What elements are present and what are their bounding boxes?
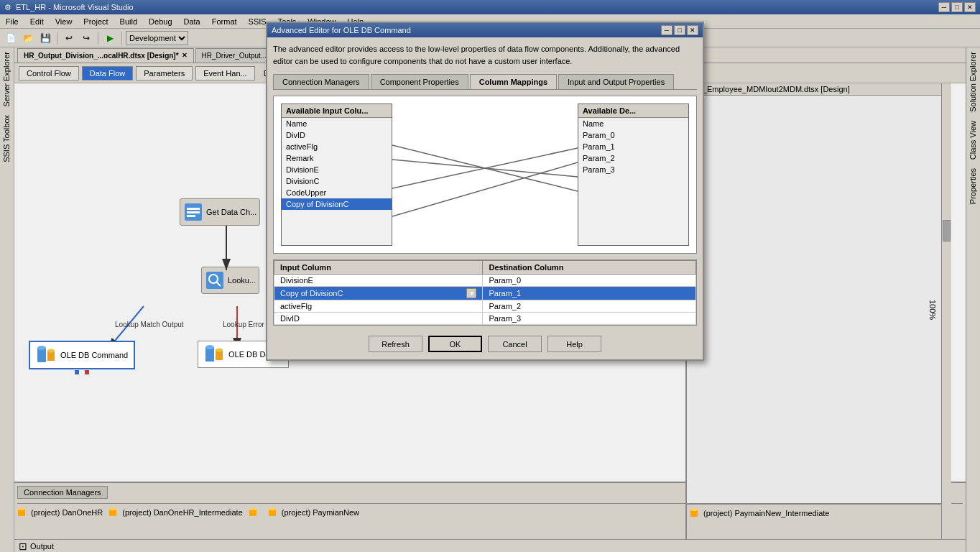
dropdown-arrow[interactable]: ▼ <box>466 288 476 298</box>
dest-col-name[interactable]: Name <box>578 118 688 129</box>
table-cell-input-1: Copy of DivisionC ▼ <box>274 287 483 300</box>
dialog-tabs: Connection Managers Component Properties… <box>273 74 697 90</box>
table-row-1[interactable]: Copy of DivisionC ▼ Param_1 <box>274 287 696 300</box>
dialog-tab-column-label: Column Mappings <box>479 78 547 86</box>
dialog-restore[interactable]: □ <box>674 25 685 35</box>
dialog-tab-connection[interactable]: Connection Managers <box>273 74 369 89</box>
dialog-title-text: Advanced Editor for OLE DB Command <box>272 26 661 34</box>
input-col-activeflg[interactable]: activeFlg <box>282 141 392 152</box>
input-col-copyc[interactable]: Copy of DivisionC <box>282 198 392 210</box>
input-col-divisione[interactable]: DivisionE <box>282 164 392 175</box>
column-mapping-visual: Available Input Colu... Name DivID activ… <box>273 96 697 254</box>
table-row-3[interactable]: DivID Param_3 <box>274 313 696 325</box>
table-cell-input-3: DivID <box>274 313 483 325</box>
input-col-divisionc[interactable]: DivisionC <box>282 175 392 187</box>
modal-overlay: Advanced Editor for OLE DB Command ─ □ ✕… <box>0 0 980 552</box>
table-cell-dest-3: Param_3 <box>483 313 696 325</box>
dropdown-cell: Copy of DivisionC ▼ <box>280 288 476 298</box>
dialog-tab-component[interactable]: Component Properties <box>371 74 468 89</box>
ok-button[interactable]: OK <box>428 336 482 352</box>
dest-col-list: Available De... Name Param_0 Param_1 Par… <box>578 104 689 246</box>
table-cell-dest-1: Param_1 <box>483 287 696 300</box>
dest-col-param2[interactable]: Param_2 <box>578 152 688 164</box>
dest-col-param0[interactable]: Param_0 <box>578 129 688 141</box>
dest-col-param3[interactable]: Param_3 <box>578 164 688 175</box>
dialog-description: The advanced editor provides access to t… <box>273 43 697 67</box>
dest-col-param1[interactable]: Param_1 <box>578 141 688 152</box>
help-button[interactable]: Help <box>547 336 601 352</box>
dialog-minimize[interactable]: ─ <box>661 25 672 35</box>
dest-col-header: Available De... <box>578 104 688 118</box>
dialog-buttons: Refresh OK Cancel Help <box>273 331 697 354</box>
mapping-table-area: Input Column Destination Column Division… <box>273 259 697 326</box>
dropdown-cell-value: Copy of DivisionC <box>280 289 343 298</box>
table-row-0[interactable]: DivisionE Param_0 <box>274 275 696 287</box>
col-header-input: Input Column <box>274 261 483 275</box>
input-col-list: Available Input Colu... Name DivID activ… <box>281 104 392 246</box>
table-cell-dest-2: Param_2 <box>483 300 696 313</box>
svg-line-30 <box>392 162 578 216</box>
mapping-lines-svg <box>392 104 578 246</box>
input-col-divid[interactable]: DivID <box>282 129 392 141</box>
dialog-body: The advanced editor provides access to t… <box>267 37 703 359</box>
dialog-title-controls: ─ □ ✕ <box>661 25 698 35</box>
cancel-button[interactable]: Cancel <box>488 336 542 352</box>
refresh-button[interactable]: Refresh <box>369 336 422 352</box>
input-col-remark[interactable]: Remark <box>282 152 392 164</box>
table-row-2[interactable]: activeFlg Param_2 <box>274 300 696 313</box>
dialog-tab-connection-label: Connection Managers <box>282 78 360 86</box>
table-cell-dest-0: Param_0 <box>483 275 696 287</box>
input-col-codeupper[interactable]: CodeUpper <box>282 187 392 198</box>
col-header-dest: Destination Column <box>483 261 696 275</box>
input-col-header: Available Input Colu... <box>282 104 392 118</box>
dialog-title-bar: Advanced Editor for OLE DB Command ─ □ ✕ <box>267 23 703 37</box>
dialog-tab-io-label: Input and Output Properties <box>568 78 665 86</box>
dialog-tab-component-label: Component Properties <box>380 78 459 86</box>
advanced-editor-dialog: Advanced Editor for OLE DB Command ─ □ ✕… <box>266 22 704 361</box>
mapping-columns: Available Input Colu... Name DivID activ… <box>274 96 696 253</box>
svg-line-32 <box>392 145 578 191</box>
input-col-name[interactable]: Name <box>282 118 392 129</box>
dialog-tab-io[interactable]: Input and Output Properties <box>558 74 674 89</box>
dialog-close[interactable]: ✕ <box>687 25 698 35</box>
table-cell-input-2: activeFlg <box>274 300 483 313</box>
dialog-tab-column[interactable]: Column Mappings <box>470 74 557 89</box>
mapping-table: Input Column Destination Column Division… <box>274 260 696 325</box>
table-cell-input-0: DivisionE <box>274 275 483 287</box>
